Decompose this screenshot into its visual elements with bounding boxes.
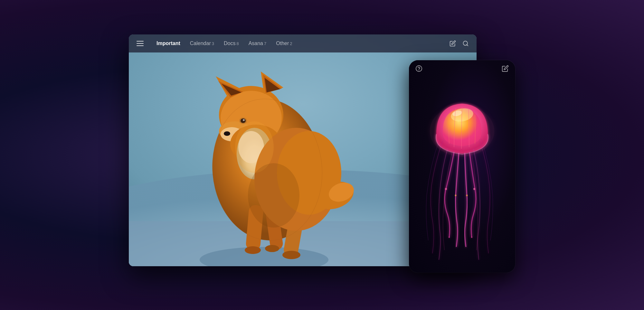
phone-window (409, 60, 515, 273)
tab-important[interactable]: Important (153, 39, 184, 48)
scene-wrapper: Important Calendar3 Docs8 Asana7 Other2 (129, 34, 515, 276)
svg-point-42 (455, 194, 457, 196)
svg-point-41 (445, 188, 447, 190)
svg-point-44 (473, 188, 475, 190)
tab-calendar[interactable]: Calendar3 (186, 39, 218, 48)
svg-point-28 (282, 251, 300, 259)
tab-asana-label: Asana (249, 41, 263, 46)
jellyfish-image (417, 80, 507, 266)
tab-docs-badge: 8 (236, 41, 239, 46)
nav-tabs: Important Calendar3 Docs8 Asana7 Other2 (153, 39, 450, 48)
tab-other[interactable]: Other2 (272, 39, 296, 48)
phone-top-bar (409, 60, 515, 78)
svg-point-47 (416, 65, 422, 71)
svg-point-43 (466, 194, 468, 196)
phone-help-icon[interactable] (415, 65, 422, 73)
hamburger-menu-button[interactable] (137, 41, 144, 46)
tab-calendar-label: Calendar (190, 41, 211, 46)
tab-docs-label: Docs (224, 41, 235, 46)
tab-other-label: Other (276, 41, 289, 46)
svg-point-23 (245, 246, 261, 254)
tab-asana[interactable]: Asana7 (245, 39, 270, 48)
tab-other-badge: 2 (290, 41, 292, 46)
phone-content (409, 60, 515, 273)
svg-point-9 (224, 131, 230, 136)
tab-asana-badge: 7 (264, 41, 266, 46)
tab-important-label: Important (156, 41, 180, 46)
tab-docs[interactable]: Docs8 (220, 39, 243, 48)
svg-point-35 (248, 163, 299, 228)
svg-point-48 (419, 70, 419, 70)
tab-calendar-badge: 3 (212, 41, 214, 46)
nav-right-icons (450, 40, 469, 47)
svg-point-45 (449, 237, 450, 238)
phone-edit-icon[interactable] (502, 65, 509, 73)
search-icon[interactable] (462, 40, 469, 47)
edit-icon[interactable] (450, 40, 456, 47)
svg-point-12 (243, 119, 245, 121)
svg-point-25 (265, 245, 279, 252)
svg-point-46 (471, 237, 472, 238)
nav-bar: Important Calendar3 Docs8 Asana7 Other2 (129, 34, 477, 52)
